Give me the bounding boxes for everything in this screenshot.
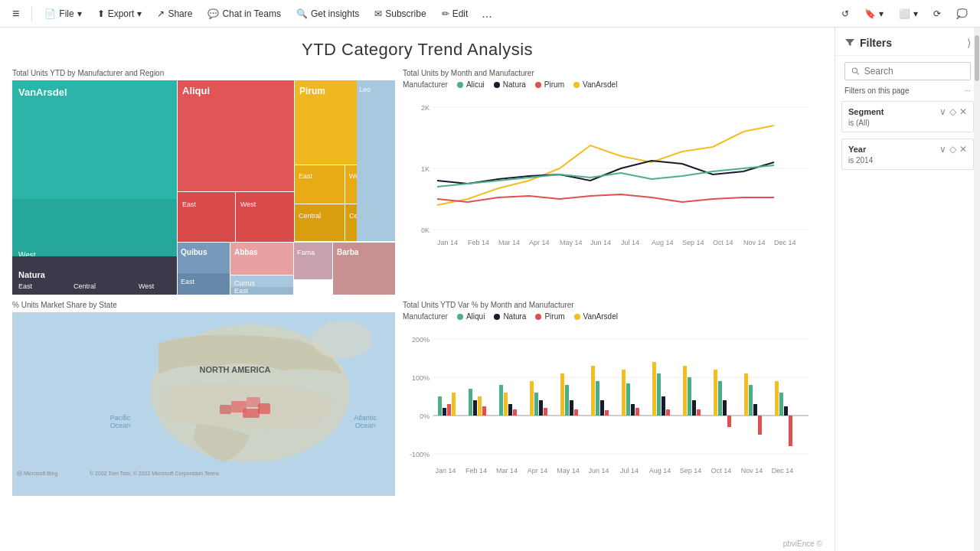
get-insights-button[interactable]: 🔍 Get insights: [290, 5, 365, 22]
year-filter-chevron[interactable]: ∨: [939, 144, 946, 155]
file-chevron-icon: ▾: [77, 8, 82, 19]
svg-rect-111: [622, 370, 626, 416]
expand-icon: ≡: [12, 7, 19, 21]
year-filter-card[interactable]: Year ∨ ◇ ✕ is 2014: [841, 139, 974, 170]
subscribe-button[interactable]: ✉ Subscribe: [368, 5, 432, 22]
report-canvas: YTD Category Trend Analysis Total Units …: [0, 28, 835, 551]
natura-label: Natura: [503, 80, 526, 89]
more-button[interactable]: ...: [477, 4, 496, 24]
export-icon: ⬆: [97, 8, 105, 19]
scroll-thumb[interactable]: [975, 35, 979, 81]
svg-rect-128: [749, 385, 753, 416]
svg-rect-109: [600, 400, 604, 416]
expand-nav-button[interactable]: ≡: [6, 4, 25, 24]
svg-text:West: West: [139, 282, 155, 290]
svg-text:Natura: Natura: [18, 270, 46, 279]
bar-legend-aliqui: Aliqui: [457, 312, 485, 321]
svg-text:East: East: [181, 278, 195, 285]
svg-line-148: [857, 72, 859, 74]
bookmark-button[interactable]: 🔖 ▾: [858, 5, 890, 22]
filters-header: Filters ⟩: [835, 28, 980, 56]
svg-point-147: [852, 68, 857, 73]
svg-text:Oct 14: Oct 14: [711, 467, 732, 474]
svg-text:Leo: Leo: [359, 86, 371, 93]
svg-text:Sep 14: Sep 14: [682, 239, 704, 246]
bar-chart-legend: Manufacturer Aliqui Natura Pirum: [403, 312, 822, 321]
svg-rect-108: [596, 381, 599, 416]
subscribe-icon: ✉: [374, 8, 382, 19]
vanarsdel-label: VanArsdel: [583, 80, 617, 89]
file-button[interactable]: 📄 File ▾: [38, 5, 87, 22]
svg-rect-123: [714, 370, 717, 416]
svg-rect-95: [499, 385, 503, 416]
svg-rect-133: [784, 406, 788, 416]
report-title: YTD Category Trend Analysis: [0, 40, 835, 60]
legend-natura: Natura: [494, 80, 526, 89]
svg-text:Jun 14: Jun 14: [590, 239, 611, 246]
filters-expand-icon[interactable]: ⟩: [967, 37, 971, 49]
filters-search-input[interactable]: [864, 66, 964, 77]
chat-in-teams-button[interactable]: 💬 Chat in Teams: [201, 5, 286, 22]
legend-pirum: Pirum: [535, 80, 564, 89]
pirum-dot: [535, 82, 541, 88]
export-label: Export: [108, 8, 135, 19]
svg-rect-126: [727, 416, 731, 427]
bar-vanarsdel-dot: [574, 314, 580, 320]
svg-rect-119: [683, 366, 687, 416]
svg-rect-127: [744, 373, 748, 416]
segment-filter-chevron[interactable]: ∨: [939, 106, 946, 117]
svg-rect-98: [513, 409, 517, 416]
svg-rect-14: [236, 192, 294, 242]
svg-text:© 2022 Tom Tom, © 2022 Microso: © 2022 Tom Tom, © 2022 Microsoft Corpora…: [90, 471, 220, 477]
view-button[interactable]: ⬜ ▾: [893, 5, 924, 22]
filters-on-page-more[interactable]: ···: [965, 86, 971, 95]
edit-button[interactable]: ✏ Edit: [436, 5, 475, 22]
svg-rect-105: [570, 400, 573, 416]
legend-alicui: Alicui: [457, 80, 485, 89]
svg-rect-93: [478, 396, 482, 416]
comment-button[interactable]: 💭: [950, 5, 974, 22]
filters-title: Filters: [844, 37, 892, 49]
svg-rect-91: [469, 389, 472, 416]
svg-rect-87: [438, 396, 442, 416]
filters-title-text: Filters: [860, 37, 892, 49]
svg-text:VanArsdel: VanArsdel: [18, 86, 67, 98]
filters-search-container[interactable]: [844, 62, 971, 80]
bar-aliqui-dot: [457, 314, 463, 320]
svg-text:Jan 14: Jan 14: [435, 467, 456, 474]
bar-natura-dot: [494, 314, 500, 320]
segment-filter-actions: ∨ ◇ ✕: [939, 106, 967, 117]
export-button[interactable]: ⬆ Export ▾: [91, 5, 149, 22]
svg-rect-113: [631, 404, 635, 416]
map-section: % Units Market Share by State: [8, 298, 398, 499]
svg-rect-121: [692, 400, 696, 416]
year-filter-actions: ∨ ◇ ✕: [939, 144, 967, 155]
reset-button[interactable]: ⟳: [927, 5, 947, 22]
toolbar-divider-1: [31, 6, 32, 21]
svg-text:Nov 14: Nov 14: [743, 239, 766, 246]
year-filter-clear[interactable]: ✕: [959, 144, 967, 155]
share-button[interactable]: ↗ Share: [151, 5, 198, 22]
segment-filter-card[interactable]: Segment ∨ ◇ ✕ is (All): [841, 101, 974, 132]
svg-rect-97: [508, 404, 512, 416]
refresh-button[interactable]: ↺: [835, 5, 855, 22]
year-filter-title: Year: [848, 145, 866, 154]
svg-text:Jul 14: Jul 14: [621, 239, 639, 246]
svg-text:Dec 14: Dec 14: [774, 239, 796, 246]
bar-legend-pirum: Pirum: [535, 312, 564, 321]
map-container[interactable]: NORTH AMERICA Pacific Ocean Atlantic Oce…: [12, 312, 395, 496]
segment-filter-clear[interactable]: ✕: [959, 106, 967, 117]
filters-on-page-label: Filters on this page: [844, 86, 910, 95]
legend-manufacturer-label: Manufacturer: [403, 80, 448, 89]
teams-icon: 💬: [207, 8, 219, 19]
svg-text:Ocean: Ocean: [110, 422, 131, 429]
line-chart-svg: 2K 1K 0K Jan 14 Feb 14 Mar 14 Apr 14 May…: [403, 92, 816, 276]
bar-pirum-dot: [535, 314, 541, 320]
scroll-bar[interactable]: [974, 28, 980, 551]
comment-icon: 💭: [956, 8, 968, 19]
year-filter-edit[interactable]: ◇: [949, 144, 956, 155]
svg-text:Abbas: Abbas: [234, 248, 258, 256]
treemap-container[interactable]: VanArsdel East West Natura East Central …: [12, 80, 395, 295]
segment-filter-edit[interactable]: ◇: [949, 106, 956, 117]
svg-rect-42: [357, 80, 395, 241]
